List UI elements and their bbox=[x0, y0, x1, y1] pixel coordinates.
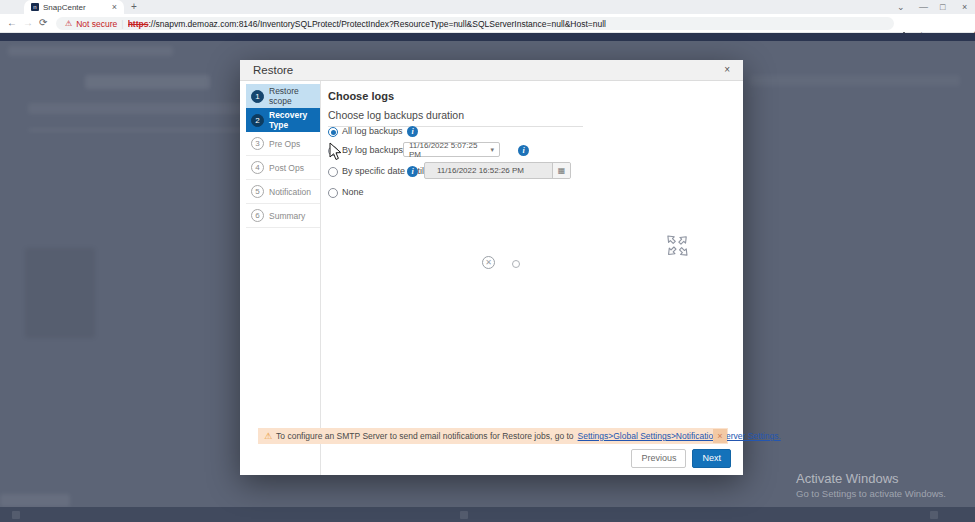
dimmed-shape bbox=[8, 46, 173, 56]
step-label: Notification bbox=[269, 187, 311, 197]
warning-triangle-icon: ⚠ bbox=[264, 432, 272, 441]
step-label: Restore scope bbox=[269, 86, 320, 106]
step-number: 6 bbox=[251, 209, 264, 222]
step-number: 2 bbox=[251, 114, 264, 127]
back-icon[interactable]: ← bbox=[7, 17, 17, 28]
dialog-footer: Previous Next bbox=[631, 449, 731, 468]
window-minimize-icon[interactable]: — bbox=[919, 1, 928, 13]
address-bar[interactable]: ⚠ Not secure | https://snapvm.demoaz.com… bbox=[56, 17, 894, 30]
radio-none[interactable] bbox=[328, 188, 338, 198]
taskbar-icon bbox=[930, 511, 938, 519]
option-label: All log backups bbox=[342, 126, 403, 136]
url-text: https://snapvm.demoaz.com:8146/Inventory… bbox=[128, 19, 606, 29]
step-label: Pre Ops bbox=[269, 139, 300, 149]
step-restore-scope[interactable]: 1 Restore scope bbox=[246, 84, 320, 108]
screen: n SnapCenter × + ⌄ — □ × ← → ⟳ ⚠ Not sec… bbox=[0, 0, 975, 522]
forward-icon: → bbox=[23, 17, 33, 28]
snapcenter-favicon-icon: n bbox=[31, 3, 39, 11]
url-rest: ://snapvm.demoaz.com:8146/InventorySQLPr… bbox=[148, 19, 606, 29]
step-summary[interactable]: 6 Summary bbox=[246, 204, 320, 228]
option-label: None bbox=[342, 187, 364, 197]
restore-dialog: Restore × 1 Restore scope 2 Recovery Typ… bbox=[240, 60, 743, 475]
taskbar-icon bbox=[460, 511, 468, 519]
window-maximize-icon[interactable]: □ bbox=[940, 1, 945, 13]
activate-windows-watermark: Activate Windows Go to Settings to activ… bbox=[796, 471, 946, 499]
browser-tabstrip: n SnapCenter × + ⌄ — □ × bbox=[0, 0, 975, 14]
specific-date-input-group: 11/16/2022 16:52:26 PM ▦ bbox=[424, 162, 571, 179]
step-recovery-type[interactable]: 2 Recovery Type bbox=[246, 108, 320, 132]
page-title: Choose logs bbox=[328, 90, 394, 102]
url-scheme-struck: https bbox=[128, 19, 149, 29]
browser-toolbar: ← → ⟳ ⚠ Not secure | https://snapvm.demo… bbox=[0, 14, 975, 33]
step-number: 5 bbox=[251, 185, 264, 198]
radio-all-log-backups[interactable] bbox=[328, 127, 338, 137]
step-post-ops[interactable]: 4 Post Ops bbox=[246, 156, 320, 180]
warning-text: To configure an SMTP Server to send emai… bbox=[276, 431, 574, 441]
new-tab-button[interactable]: + bbox=[131, 1, 137, 12]
next-button[interactable]: Next bbox=[692, 449, 731, 468]
dimmed-shape bbox=[0, 494, 70, 507]
smtp-warning-banner: ⚠ To configure an SMTP Server to send em… bbox=[258, 428, 728, 444]
notification-settings-link[interactable]: Settings>Global Settings>Notification Se… bbox=[578, 431, 781, 441]
wizard-steps-sidebar: 1 Restore scope 2 Recovery Type 3 Pre Op… bbox=[240, 81, 321, 475]
radio-by-specific-date-until[interactable] bbox=[328, 167, 338, 177]
previous-button[interactable]: Previous bbox=[631, 449, 686, 468]
step-label: Summary bbox=[269, 211, 305, 221]
specific-date-input[interactable]: 11/16/2022 16:52:26 PM bbox=[425, 163, 552, 178]
info-icon[interactable]: i bbox=[407, 166, 418, 177]
log-backup-datetime-dropdown[interactable]: 11/16/2022 5:07:25 PM ▾ bbox=[403, 142, 500, 157]
info-icon[interactable]: i bbox=[518, 145, 529, 156]
dimmed-shape bbox=[750, 75, 960, 86]
dialog-header: Restore × bbox=[240, 60, 743, 81]
window-close-icon[interactable]: × bbox=[962, 1, 967, 13]
step-notification[interactable]: 5 Notification bbox=[246, 180, 320, 204]
move-cursor-icon bbox=[654, 225, 698, 269]
step-number: 3 bbox=[251, 137, 264, 150]
dimmed-shape bbox=[25, 248, 95, 338]
refresh-icon[interactable]: ⟳ bbox=[39, 17, 47, 28]
calendar-icon[interactable]: ▦ bbox=[552, 163, 570, 178]
option-by-specific-date-until: By specific date until i 11/16/2022 16:5… bbox=[328, 166, 598, 182]
url-separator: | bbox=[121, 19, 123, 29]
dialog-close-icon[interactable]: × bbox=[724, 65, 730, 75]
tab-search-icon[interactable]: ⌄ bbox=[897, 1, 905, 13]
section-subtitle: Choose log backups duration bbox=[328, 109, 583, 127]
dimmed-app-header bbox=[0, 33, 975, 41]
info-icon[interactable]: i bbox=[407, 126, 418, 137]
not-secure-warning-icon: ⚠ bbox=[65, 20, 72, 28]
option-none: None bbox=[328, 187, 428, 203]
step-label: Recovery Type bbox=[269, 110, 320, 130]
dropdown-value: 11/16/2022 5:07:25 PM bbox=[409, 141, 490, 159]
option-by-log-backups-until: By log backups until 11/16/2022 5:07:25 … bbox=[328, 145, 588, 161]
tab-close-icon[interactable]: × bbox=[112, 3, 117, 12]
browser-tab-snapcenter[interactable]: n SnapCenter × bbox=[24, 0, 124, 14]
step-number: 1 bbox=[251, 90, 264, 103]
watermark-line2: Go to Settings to activate Windows. bbox=[796, 488, 946, 499]
step-number: 4 bbox=[251, 161, 264, 174]
circle-x-icon: ✕ bbox=[482, 256, 495, 269]
mouse-cursor bbox=[329, 142, 342, 165]
step-pre-ops[interactable]: 3 Pre Ops bbox=[246, 132, 320, 156]
taskbar-icon bbox=[12, 511, 20, 519]
chevron-down-icon: ▾ bbox=[490, 146, 494, 154]
small-circle-icon bbox=[512, 260, 520, 268]
not-secure-label[interactable]: Not secure bbox=[76, 19, 117, 29]
tab-title: SnapCenter bbox=[43, 3, 108, 12]
watermark-line1: Activate Windows bbox=[796, 471, 946, 486]
dimmed-shape bbox=[85, 75, 210, 89]
dimmed-taskbar bbox=[0, 507, 975, 522]
warning-close-icon[interactable]: × bbox=[713, 429, 727, 443]
step-label: Post Ops bbox=[269, 163, 304, 173]
dialog-title: Restore bbox=[253, 64, 293, 76]
